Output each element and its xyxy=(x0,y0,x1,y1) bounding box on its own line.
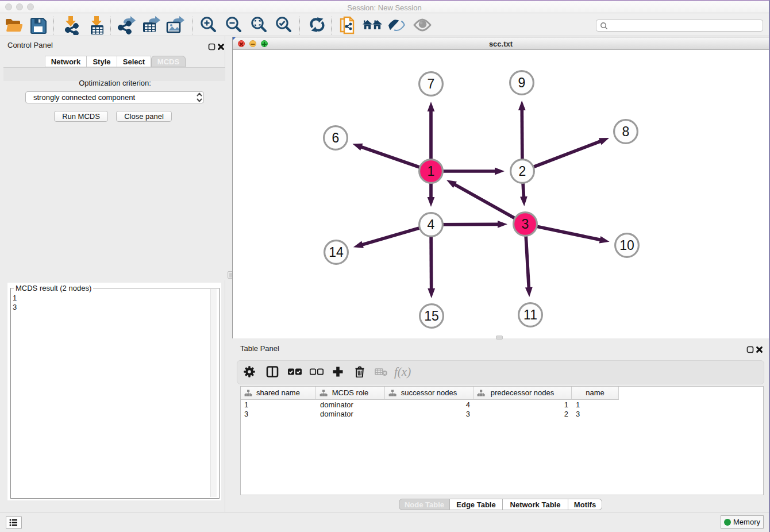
svg-text:3: 3 xyxy=(522,217,529,232)
svg-text:10: 10 xyxy=(619,238,634,253)
svg-text:14: 14 xyxy=(329,245,344,260)
svg-text:6: 6 xyxy=(332,130,340,145)
svg-text:11: 11 xyxy=(523,307,537,322)
svg-text:9: 9 xyxy=(518,75,526,90)
svg-text:4: 4 xyxy=(428,217,435,232)
svg-text:7: 7 xyxy=(428,76,435,91)
svg-text:2: 2 xyxy=(519,164,526,179)
svg-text:1: 1 xyxy=(428,164,435,179)
svg-text:15: 15 xyxy=(424,309,439,323)
svg-text:8: 8 xyxy=(622,124,630,139)
